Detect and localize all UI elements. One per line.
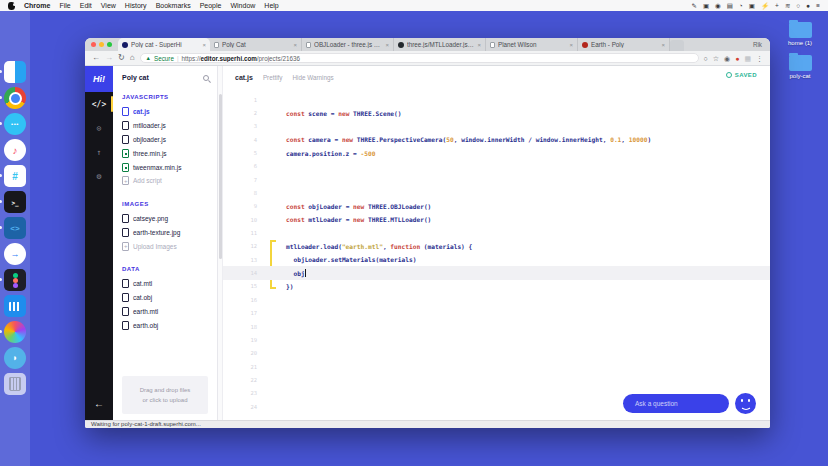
- figma-dock-icon[interactable]: [4, 269, 26, 291]
- code-line[interactable]: 11: [223, 226, 770, 239]
- sidebar-item-cat-mtl[interactable]: cat.mtl: [113, 277, 217, 291]
- tab-close-icon[interactable]: ×: [661, 42, 665, 48]
- sidebar-item-tweenmax-min-js[interactable]: tweenmax.min.js: [113, 160, 217, 174]
- finder-dock-icon[interactable]: [4, 61, 26, 83]
- code-line[interactable]: 6: [223, 160, 770, 173]
- clock-icon[interactable]: ◔: [739, 2, 743, 9]
- sidebar-item-catseye-png[interactable]: catseye.png: [113, 212, 217, 226]
- tab-close-icon[interactable]: ×: [202, 42, 206, 48]
- code-line[interactable]: 12mtlLoader.load("earth.mtl", function (…: [223, 240, 770, 253]
- code-line[interactable]: 19: [223, 333, 770, 346]
- trash-dock-icon[interactable]: [4, 373, 26, 395]
- ask-question-input[interactable]: Ask a question: [623, 394, 729, 413]
- search-icon[interactable]: [203, 75, 209, 81]
- code-line[interactable]: 18: [223, 320, 770, 333]
- chrome-dock-icon[interactable]: [4, 87, 26, 109]
- new-tab-button[interactable]: [670, 40, 684, 51]
- menubar-item-edit[interactable]: Edit: [80, 2, 92, 9]
- code-line[interactable]: 4const camera = new THREE.PerspectiveCam…: [223, 133, 770, 146]
- code-line[interactable]: 16: [223, 293, 770, 306]
- menubar-app-name[interactable]: Chrome: [24, 2, 50, 9]
- twitter-dock-icon[interactable]: ◗: [4, 347, 26, 369]
- spotlight-search-icon[interactable]: ○: [796, 2, 800, 9]
- refresh-icon[interactable]: ↻: [118, 54, 125, 62]
- menubar-item-window[interactable]: Window: [230, 2, 255, 9]
- code-line[interactable]: 10const mtlLoader = new THREE.MTLLoader(…: [223, 213, 770, 226]
- code-line[interactable]: 15}): [223, 280, 770, 293]
- home-icon[interactable]: ⌂: [130, 54, 135, 62]
- sidebar-item-three-min-js[interactable]: three.min.js: [113, 146, 217, 160]
- settings-gear-tab[interactable]: ⚙: [85, 164, 113, 188]
- scrollbar-thumb[interactable]: [219, 94, 222, 259]
- code-line[interactable]: 5camera.position.z = -500: [223, 146, 770, 159]
- sidebar-item-earth-texture-jpg[interactable]: earth-texture.jpg: [113, 225, 217, 239]
- menu-dots-icon[interactable]: ⋮: [756, 55, 763, 62]
- tab-planet-wilson[interactable]: Planet Wilson×: [486, 38, 578, 51]
- tab-objloader-three-js-docs[interactable]: OBJLoader - three.js docs×: [302, 38, 394, 51]
- pencil-icon[interactable]: ✎: [691, 2, 696, 10]
- code-line[interactable]: 22: [223, 373, 770, 386]
- zoom-icon[interactable]: ○: [704, 55, 708, 62]
- code-line[interactable]: 17: [223, 307, 770, 320]
- messages-dock-icon[interactable]: •••: [4, 113, 26, 135]
- sidebar-item-mtlloader-js[interactable]: mtlloader.js: [113, 119, 217, 133]
- menubar-item-help[interactable]: Help: [264, 2, 278, 9]
- sidebar-item-upload-images[interactable]: Upload Images: [113, 239, 217, 253]
- code-line[interactable]: 2const scene = new THREE.Scene(): [223, 106, 770, 119]
- desktop-folder-home-1-[interactable]: home (1): [778, 22, 822, 46]
- menubar-item-bookmarks[interactable]: Bookmarks: [156, 2, 191, 9]
- back-arrow-button[interactable]: ←: [85, 392, 113, 414]
- close-window-button[interactable]: [91, 42, 96, 47]
- record-icon[interactable]: ◉: [715, 2, 721, 10]
- tab-poly-cat[interactable]: Poly Cat×: [210, 38, 302, 51]
- extension-disabled-icon[interactable]: ▦: [744, 55, 751, 62]
- vscode-dock-icon[interactable]: <>: [4, 217, 26, 239]
- airmail-dock-icon[interactable]: →: [4, 243, 26, 265]
- share-tab[interactable]: ↑: [85, 140, 113, 164]
- menubar-item-people[interactable]: People: [200, 2, 222, 9]
- back-icon[interactable]: ←: [92, 54, 100, 62]
- code-line[interactable]: 7: [223, 173, 770, 186]
- tab-close-icon[interactable]: ×: [569, 42, 573, 48]
- extension-eye-icon[interactable]: ◉: [724, 55, 730, 62]
- upload-dropzone[interactable]: Drag and drop files or click to upload: [122, 376, 208, 414]
- code-line[interactable]: 13 objLoader.setMaterials(materials): [223, 253, 770, 266]
- prettify-button[interactable]: Prettify: [263, 74, 283, 81]
- code-line[interactable]: 1: [223, 93, 770, 106]
- code-editor[interactable]: cat.js Prettify Hide Warnings SAVED 12co…: [223, 66, 770, 420]
- menubar-item-view[interactable]: View: [101, 2, 116, 9]
- code-line[interactable]: 9const objLoader = new THREE.OBJLoader(): [223, 200, 770, 213]
- code-tab[interactable]: </>: [85, 92, 113, 116]
- battery-icon[interactable]: ⚡: [761, 2, 769, 10]
- apple-menu-icon[interactable]: [8, 2, 15, 10]
- chat-smiley-button[interactable]: [735, 393, 756, 414]
- chrome-profile-name[interactable]: Rik: [753, 41, 770, 48]
- siri-icon[interactable]: ●: [806, 2, 810, 9]
- minimize-window-button[interactable]: [99, 42, 104, 47]
- sidebar-item-earth-mtl[interactable]: earth.mtl: [113, 305, 217, 319]
- forward-icon[interactable]: →: [105, 54, 113, 62]
- zoom-window-button[interactable]: [107, 42, 112, 47]
- tab-close-icon[interactable]: ×: [477, 42, 481, 48]
- hide-warnings-button[interactable]: Hide Warnings: [293, 74, 334, 81]
- menubar-item-history[interactable]: History: [125, 2, 147, 9]
- menu-list-icon[interactable]: ≡: [816, 2, 820, 9]
- tab-close-icon[interactable]: ×: [385, 42, 389, 48]
- music-dock-icon[interactable]: ♪: [4, 139, 26, 161]
- tab-earth-poly[interactable]: Earth - Poly×: [578, 38, 670, 51]
- intercom-dock-icon[interactable]: [4, 295, 26, 317]
- desktop-folder-poly-cat[interactable]: poly-cat: [778, 55, 822, 79]
- tab-poly-cat-superhi[interactable]: Poly cat - SuperHi×: [118, 38, 210, 51]
- address-bar[interactable]: ▲ Secure | https://editor.superhi.com/pr…: [140, 53, 699, 63]
- bookmark-star-icon[interactable]: ☆: [713, 55, 719, 62]
- sidebar-item-objloader-js[interactable]: objloader.js: [113, 133, 217, 147]
- tab-close-icon[interactable]: ×: [293, 42, 297, 48]
- slack-dock-icon[interactable]: #: [4, 165, 26, 187]
- wifi-icon[interactable]: ≋: [785, 2, 790, 10]
- code-line[interactable]: 14 obj: [223, 266, 770, 279]
- code-line[interactable]: 3: [223, 120, 770, 133]
- code-line[interactable]: 21: [223, 360, 770, 373]
- code-line[interactable]: 20: [223, 347, 770, 360]
- code-line[interactable]: 8: [223, 186, 770, 199]
- sidebar-item-cat-obj[interactable]: cat.obj: [113, 291, 217, 305]
